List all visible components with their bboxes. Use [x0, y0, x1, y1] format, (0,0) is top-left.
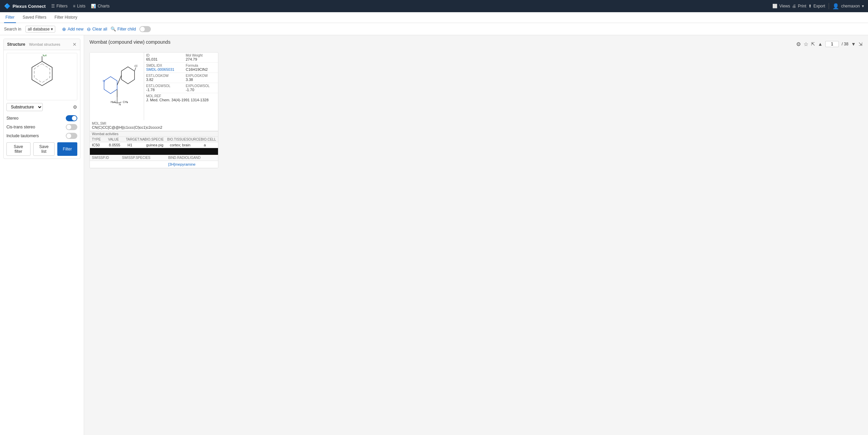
- views-icon: ⬜: [772, 4, 777, 8]
- search-type-select[interactable]: Substructure: [6, 103, 43, 111]
- mol-ref-label: MOL.REF: [146, 94, 216, 98]
- filter-button[interactable]: Filter: [57, 142, 77, 156]
- right-content: Wombat (compound view) compounds ⚙ ☆ ⇱ ▲…: [84, 35, 868, 435]
- compound-card-inner: N Cl H₃C N CH₃: [90, 53, 218, 120]
- app-name: Plexus Connect: [13, 4, 46, 9]
- activity-value: 8.0555: [109, 143, 127, 147]
- cis-trans-toggle[interactable]: [66, 124, 77, 130]
- page-input[interactable]: 1: [825, 41, 839, 47]
- print-btn[interactable]: 🖨 Print: [792, 4, 806, 8]
- id-value: 65,031: [146, 57, 182, 61]
- est-logkow-value: 3.82: [146, 78, 182, 82]
- mol-smi-label: MOL.SMI: [92, 122, 216, 125]
- table-row: SMDL.IDX SMDL-00065031 Formula C16H19ClN…: [144, 63, 218, 73]
- swiss-radioligand-cell: [3H]mepyramine: [166, 161, 218, 168]
- prev-icon[interactable]: ▲: [818, 41, 823, 47]
- collapse-icon[interactable]: ⇱: [811, 41, 815, 47]
- user-icon: 👤: [832, 3, 839, 9]
- add-new-btn[interactable]: ⊕ Add new: [62, 26, 83, 32]
- print-label: Print: [798, 4, 806, 8]
- nav-filters[interactable]: ☰ Filters: [51, 4, 68, 8]
- tautomers-toggle[interactable]: [66, 133, 77, 139]
- col-value-header: VALUE: [108, 138, 126, 141]
- activity-cell: a: [204, 143, 216, 147]
- cis-trans-toggle-row: Cis-trans stereo: [6, 123, 77, 131]
- clear-all-btn[interactable]: ⊖ Clear all: [87, 26, 107, 32]
- views-btn[interactable]: ⬜ Views: [772, 4, 790, 8]
- col-cell-header: BIO.CELL: [201, 138, 216, 141]
- svg-text:H₃C: H₃C: [111, 100, 116, 104]
- smldx-value[interactable]: SMDL-00065031: [146, 67, 182, 71]
- swiss-table: SWISSP.ID SWISSP.SPECIES BIND.RADIOLIGAN…: [90, 155, 218, 168]
- svg-line-8: [135, 67, 136, 71]
- compound-data: ID 65,031 Mol Weight 274.79 SMDL.IDX: [144, 53, 218, 120]
- star-icon[interactable]: ☆: [804, 41, 808, 47]
- exp-logwsol-label: EXPLOGWSOL: [186, 84, 216, 88]
- filter-icon: ☰: [51, 4, 55, 8]
- structure-filter-card: Structure Wombat structures ✕: [3, 39, 80, 159]
- est-logkow-label: EST.LOGKOW: [146, 74, 182, 78]
- action-buttons: Save filter Save list Filter: [6, 140, 77, 156]
- app-logo: 🔷 Plexus Connect: [4, 3, 46, 9]
- search-type-row: Substructure ⚙: [6, 103, 77, 111]
- filter-child-btn[interactable]: 🔍 Filter child: [111, 26, 136, 32]
- database-select[interactable]: all database ▾: [25, 26, 56, 33]
- mol-smi-section: MOL.SMI CN(C)CC[C@@H](c1ccc(Cl)cc1)c2ccc…: [90, 120, 218, 131]
- svg-marker-4: [104, 77, 117, 94]
- user-dropdown-icon[interactable]: ▾: [862, 4, 864, 8]
- tab-filter-history[interactable]: Filter History: [53, 12, 79, 23]
- svg-text:N: N: [103, 79, 105, 83]
- cis-trans-label: Cis-trans stereo: [6, 125, 35, 129]
- export-btn[interactable]: ⬆ Export: [808, 4, 825, 8]
- gear-icon[interactable]: ⚙: [73, 104, 77, 110]
- content-title: Wombat (compound view) compounds: [90, 39, 171, 45]
- export-icon: ⬆: [808, 4, 812, 8]
- save-filter-button[interactable]: Save filter: [6, 142, 31, 156]
- svg-line-9: [117, 75, 121, 85]
- user-name: chemaxon: [841, 4, 860, 8]
- compound-data-table: ID 65,031 Mol Weight 274.79 SMDL.IDX: [144, 53, 218, 103]
- filter-child-toggle[interactable]: [139, 26, 151, 32]
- nav-charts[interactable]: 📊 Charts: [91, 4, 110, 8]
- list-icon: ≡: [73, 4, 75, 8]
- col-target-header: TARGET.NA: [126, 138, 144, 141]
- filter-actions: ⊕ Add new ⊖ Clear all 🔍 Filter child: [62, 26, 151, 32]
- tab-filter[interactable]: Filter: [4, 12, 16, 23]
- nav-lists[interactable]: ≡ Lists: [73, 4, 85, 8]
- black-bar: [90, 148, 218, 155]
- stereo-label: Stereo: [6, 116, 18, 121]
- table-row: [3H]mepyramine: [90, 161, 218, 168]
- exp-logkow-label: EXPLOGKOW: [186, 74, 216, 78]
- top-nav-left: 🔷 Plexus Connect ☰ Filters ≡ Lists 📊 Cha…: [4, 3, 110, 9]
- swiss-table-header: SWISSP.ID SWISSP.SPECIES BIND.RADIOLIGAN…: [90, 155, 218, 161]
- formula-value: C16H19ClN2: [186, 67, 216, 71]
- activity-species: guinea pig: [146, 143, 170, 147]
- next-icon[interactable]: ▼: [851, 41, 856, 47]
- wombat-activities: Wombat activities TYPE VALUE TARGET.NA B…: [90, 131, 218, 148]
- filter-card-title-group: Structure Wombat structures: [7, 42, 60, 47]
- settings-icon[interactable]: ⚙: [796, 41, 801, 47]
- table-row: SWISSP.ID SWISSP.SPECIES BIND.RADIOLIGAN…: [90, 155, 218, 161]
- exp-logwsol-value: -1.70: [186, 88, 216, 92]
- filter-bar: Search in all database ▾ ⊕ Add new ⊖ Cle…: [0, 23, 868, 35]
- stereo-toggle[interactable]: [66, 115, 77, 121]
- svg-text:CH₃: CH₃: [123, 100, 129, 104]
- close-icon[interactable]: ✕: [73, 42, 77, 47]
- save-list-button[interactable]: Save list: [33, 142, 55, 156]
- svg-marker-6: [121, 67, 135, 84]
- formula-label: Formula: [186, 64, 216, 67]
- secondary-toolbar: Filter Saved Filters Filter History: [0, 12, 868, 23]
- smldx-label: SMDL.IDX: [146, 64, 182, 67]
- swiss-radioligand-value[interactable]: [3H]mepyramine: [168, 162, 196, 166]
- expand-icon[interactable]: ⇲: [859, 41, 863, 47]
- col-species-header: BIO.SPECIE: [144, 138, 167, 141]
- exp-logkow-value: 3.38: [186, 78, 216, 82]
- top-nav: 🔷 Plexus Connect ☰ Filters ≡ Lists 📊 Cha…: [0, 0, 868, 12]
- tautomers-toggle-row: Include tautomers: [6, 131, 77, 140]
- tab-saved-filters[interactable]: Saved Filters: [21, 12, 48, 23]
- divider: [829, 3, 829, 9]
- molecule-svg: Cl: [17, 55, 67, 99]
- compound-molecule-svg: N Cl H₃C N CH₃: [93, 54, 141, 120]
- left-panel: Structure Wombat structures ✕: [0, 35, 84, 435]
- nav-lists-label: Lists: [77, 4, 85, 8]
